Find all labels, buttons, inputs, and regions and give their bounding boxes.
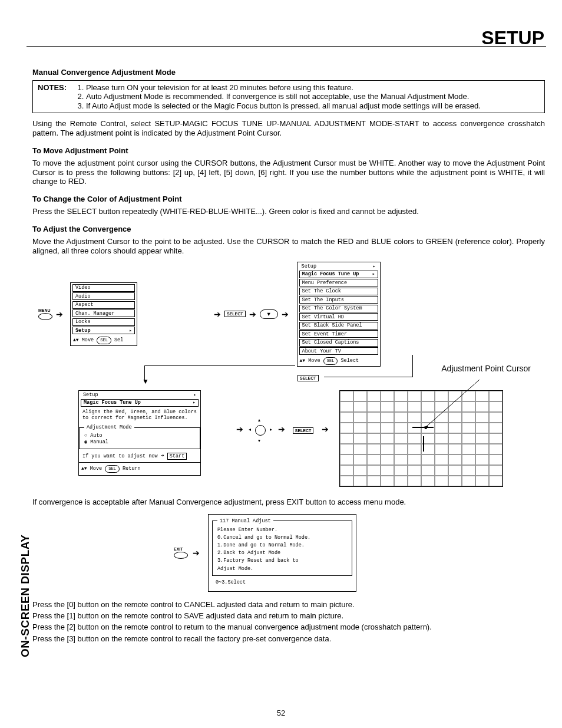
body-text: If convergence is acceptable after Manua… [32, 498, 545, 507]
menu-footer: ▲▼ Move SEL Select [297, 356, 380, 366]
osd-menu-magic-focus: Setup Magic Focus Tune Up Aligns the Red… [78, 390, 201, 476]
cursor-down-button: ▼ [260, 309, 278, 319]
menu-item: Chan. Manager [72, 309, 135, 317]
body-text: Press the [1] button on the remote contr… [32, 611, 545, 621]
arrow-icon: ➔ [214, 309, 221, 319]
body-text: Press the [3] button on the remote contr… [32, 634, 545, 644]
radio-unselected-icon: ○ [84, 433, 87, 439]
note-item: If Auto Adjust mode is selected or the M… [86, 101, 481, 110]
menu-item: Aspect [72, 301, 135, 309]
menu-item: About Your TV [299, 347, 378, 355]
svg-marker-1 [424, 426, 428, 429]
menu-header: Setup [81, 391, 199, 398]
menu-header: Setup [299, 263, 378, 269]
select-button: SELECT [293, 427, 314, 434]
menu-footer: ▲▼ Move SEL Sel [71, 335, 137, 345]
section-heading: Manual Convergence Adjustment Mode [32, 68, 545, 77]
body-text: Press the SELECT button repeatedly (WHIT… [32, 207, 545, 216]
arrow-icon: ➔ [193, 548, 200, 558]
subheading: To Change the Color of Adjustment Point [32, 195, 545, 203]
body-text: Press the [0] button on the remote contr… [32, 600, 545, 610]
menu-footer: ▲▼ Move SEL Return [79, 464, 200, 474]
menu-item: Set Closed Captions [299, 339, 378, 347]
subheading: To Adjust the Convergence [32, 225, 545, 233]
apc-label: Adjustment Point Cursor [441, 364, 531, 373]
menu-item: Video [72, 284, 135, 292]
menu-item: Audio [72, 292, 135, 300]
page-number: 52 [0, 709, 562, 717]
arrow-icon: ➔ [278, 424, 285, 434]
adjustment-mode-fieldset: Adjustment Mode ○ Auto ◉ Manual [79, 424, 200, 449]
note-item: Please turn ON your television for at le… [86, 83, 481, 92]
menu-item-selected: Setup [72, 327, 135, 334]
menu-item: Set Virtual HD [299, 313, 378, 321]
notes-label: NOTES: [38, 83, 75, 110]
body-text: Move the Adjustment Cursor to the point … [32, 237, 545, 256]
cursor-v-icon [423, 436, 424, 452]
menu-desc: Aligns the Red, Green, and Blue colors t… [79, 407, 200, 423]
body-text: To move the adjustment point cursor usin… [32, 159, 545, 187]
arrow-icon: ➔ [56, 309, 63, 319]
osd-menu-setup: Setup Magic Focus Tune Up Menu Preferenc… [297, 262, 381, 367]
notes-box: NOTES: Please turn ON your television fo… [32, 80, 545, 113]
note-item: Auto Adjustment Mode is recommended. If … [86, 92, 481, 101]
page-title: Setup [481, 27, 544, 49]
menu-item: Menu Preference [299, 279, 378, 286]
select-button: SELECT [224, 311, 246, 317]
menu-item: Set The Color System [299, 305, 378, 312]
arrow-icon: ➔ [322, 424, 329, 434]
osd-manual-adjust-menu: 117 Manual Adjust Please Enter Number. 0… [208, 514, 356, 592]
menu-item-selected: Magic Focus Tune Up [299, 271, 378, 278]
intro-text: Using the Remote Control, select SETUP-M… [32, 119, 545, 138]
svg-line-0 [425, 380, 480, 428]
menu-item: Set Event Timer [299, 330, 378, 338]
cursor-pointer-line [424, 380, 482, 429]
arrow-icon: ➔ [249, 309, 256, 319]
osd-menu-main: Video Audio Aspect Chan. Manager Locks S… [70, 282, 137, 346]
arrow-icon: ➔ [282, 309, 289, 319]
exit-button: EXIT [174, 547, 188, 559]
menu-item: Set The Inputs [299, 296, 378, 304]
subheading: To Move Adjustment Point [32, 146, 545, 155]
radio-selected-icon: ◉ [84, 439, 87, 445]
start-row: If you want to adjust now ➔ Start [79, 450, 200, 461]
menu-item: Locks [72, 318, 135, 326]
menu-item: Set The Clock [299, 288, 378, 295]
side-label: On-screen Display [19, 535, 32, 657]
arrow-icon: ➔ [236, 424, 243, 434]
menu-item: Set Black Side Panel [299, 322, 378, 330]
select-button: SELECT [297, 375, 319, 381]
body-text: Press the [2] button on the remote contr… [32, 622, 545, 632]
menu-button: MENU [38, 308, 52, 320]
cursor-pad-icon: ▴ ▾ ◂ ▸ [250, 420, 271, 441]
menu-item-selected: Magic Focus Tune Up [81, 399, 199, 407]
